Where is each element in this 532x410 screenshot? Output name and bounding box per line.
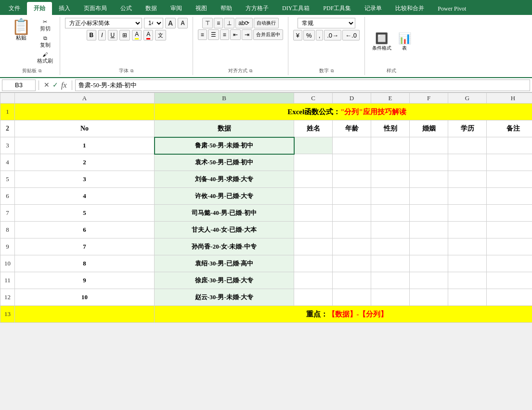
- cell-d6[interactable]: [333, 188, 371, 205]
- cell-a2[interactable]: No: [15, 120, 155, 137]
- cell-e7[interactable]: [371, 205, 410, 222]
- cell-h6[interactable]: [487, 188, 532, 205]
- cell-g3[interactable]: [448, 137, 487, 154]
- cell-g6[interactable]: [448, 188, 487, 205]
- cell-c8[interactable]: [294, 222, 333, 238]
- cancel-formula-icon[interactable]: ✕: [44, 81, 50, 89]
- cell-f6[interactable]: [410, 188, 448, 205]
- cell-h11[interactable]: [487, 272, 532, 289]
- fill-color-button[interactable]: A: [132, 30, 142, 40]
- cell-g8[interactable]: [448, 222, 487, 238]
- cell-a12[interactable]: 10: [15, 289, 155, 306]
- tab-page-layout[interactable]: 页面布局: [77, 2, 114, 15]
- align-right-button[interactable]: ≡: [220, 29, 229, 40]
- cell-f4[interactable]: [410, 154, 448, 171]
- tab-review[interactable]: 审阅: [164, 2, 189, 15]
- align-bottom-button[interactable]: ⊥: [224, 18, 234, 28]
- cell-a13[interactable]: [15, 306, 155, 323]
- cell-g4[interactable]: [448, 154, 487, 171]
- cell-b3[interactable]: 鲁肃-50-男-未婚-初中: [155, 137, 294, 154]
- align-center-button[interactable]: ☰: [208, 29, 219, 40]
- cell-d11[interactable]: [333, 272, 371, 289]
- cell-e8[interactable]: [371, 222, 410, 238]
- font-size-select[interactable]: 14: [144, 18, 163, 28]
- col-header-d[interactable]: D: [333, 93, 371, 104]
- cell-b8[interactable]: 甘夫人-40-女-已婚-大本: [155, 222, 294, 238]
- cell-reference-box[interactable]: [2, 79, 36, 91]
- cell-h4[interactable]: [487, 154, 532, 171]
- cell-h3[interactable]: [487, 137, 532, 154]
- decrease-indent-button[interactable]: ⇤: [230, 29, 241, 40]
- tab-pdf[interactable]: PDF工具集: [316, 2, 358, 15]
- cell-d8[interactable]: [333, 222, 371, 238]
- char-spacing-button[interactable]: 文: [155, 30, 166, 40]
- increase-decimal-button[interactable]: .0→: [324, 30, 341, 40]
- decrease-decimal-button[interactable]: ←.0: [342, 30, 360, 40]
- cell-e5[interactable]: [371, 171, 410, 188]
- cell-a4[interactable]: 2: [15, 154, 155, 171]
- cell-d5[interactable]: [333, 171, 371, 188]
- number-expand-icon[interactable]: ⧉: [331, 68, 334, 74]
- col-header-b[interactable]: B: [155, 93, 294, 104]
- cell-a1[interactable]: [15, 104, 155, 120]
- cell-e12[interactable]: [371, 289, 410, 306]
- cell-e6[interactable]: [371, 188, 410, 205]
- cell-h10[interactable]: [487, 255, 532, 272]
- cell-g5[interactable]: [448, 171, 487, 188]
- confirm-formula-icon[interactable]: ✓: [52, 81, 58, 89]
- cell-b2[interactable]: 数据: [155, 120, 294, 137]
- cell-d12[interactable]: [333, 289, 371, 306]
- increase-font-button[interactable]: A: [165, 18, 176, 28]
- decrease-font-button[interactable]: A: [178, 18, 188, 28]
- align-top-button[interactable]: ⊤: [202, 18, 213, 28]
- font-color-button[interactable]: A: [143, 30, 153, 40]
- cell-g10[interactable]: [448, 255, 487, 272]
- copy-button[interactable]: ⧉ 复制: [35, 34, 55, 50]
- cell-a3[interactable]: 1: [15, 137, 155, 154]
- cell-b7[interactable]: 司马懿-40-男-已婚-初中: [155, 205, 294, 222]
- increase-indent-button[interactable]: ⇥: [242, 29, 252, 40]
- tab-records[interactable]: 记录单: [358, 2, 389, 15]
- cell-c7[interactable]: [294, 205, 333, 222]
- cut-button[interactable]: ✂ 剪切: [35, 18, 55, 33]
- tab-power-pivot[interactable]: Power Pivot: [431, 3, 473, 15]
- cell-e9[interactable]: [371, 238, 410, 255]
- cell-d7[interactable]: [333, 205, 371, 222]
- wrap-text-button[interactable]: 自动换行: [254, 18, 279, 28]
- currency-button[interactable]: ¥: [293, 30, 302, 40]
- font-name-select[interactable]: 方正小标宋简体: [65, 18, 142, 28]
- orientation-button[interactable]: ab⟳: [235, 18, 252, 28]
- cell-d2[interactable]: 年龄: [333, 120, 371, 137]
- cell-a11[interactable]: 9: [15, 272, 155, 289]
- cell-b10[interactable]: 袁绍-30-男-已婚-高中: [155, 255, 294, 272]
- bold-button[interactable]: B: [87, 30, 97, 40]
- conditional-format-button[interactable]: 🔲 条件格式: [370, 31, 394, 53]
- col-header-e[interactable]: E: [371, 93, 410, 104]
- cell-b5[interactable]: 刘备-40-男-求婚-大专: [155, 171, 294, 188]
- align-left-button[interactable]: ≡: [198, 29, 207, 40]
- cell-a8[interactable]: 6: [15, 222, 155, 238]
- cell-h8[interactable]: [487, 222, 532, 238]
- number-format-select[interactable]: 常规: [298, 18, 355, 28]
- cell-f5[interactable]: [410, 171, 448, 188]
- cell-f9[interactable]: [410, 238, 448, 255]
- cell-f2[interactable]: 婚姻: [410, 120, 448, 137]
- cell-f7[interactable]: [410, 205, 448, 222]
- formula-input[interactable]: [75, 79, 530, 91]
- tab-formula[interactable]: 公式: [114, 2, 139, 15]
- cell-f10[interactable]: [410, 255, 448, 272]
- table-style-button[interactable]: 📊 表: [396, 31, 414, 53]
- cell-b6[interactable]: 许攸-40-男-已婚-大专: [155, 188, 294, 205]
- tab-home[interactable]: 开始: [27, 2, 52, 15]
- cell-b9[interactable]: 孙尚香-20-女-未婚-中专: [155, 238, 294, 255]
- cell-h7[interactable]: [487, 205, 532, 222]
- cell-g12[interactable]: [448, 289, 487, 306]
- cell-f3[interactable]: [410, 137, 448, 154]
- cell-d4[interactable]: [333, 154, 371, 171]
- cell-c6[interactable]: [294, 188, 333, 205]
- col-header-a[interactable]: A: [15, 93, 155, 104]
- tab-help[interactable]: 帮助: [214, 2, 239, 15]
- cell-d10[interactable]: [333, 255, 371, 272]
- cell-c4[interactable]: [294, 154, 333, 171]
- cell-b12[interactable]: 赵云-30-男-未婚-大专: [155, 289, 294, 306]
